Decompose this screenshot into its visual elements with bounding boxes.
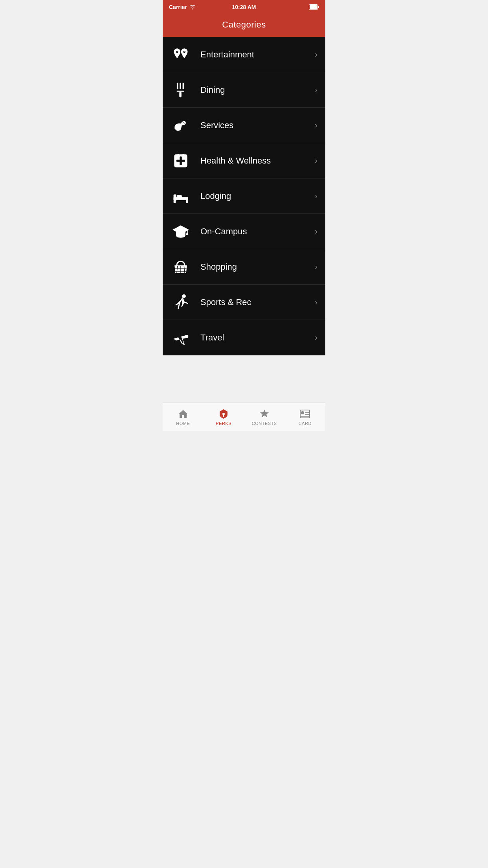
svg-rect-15 (178, 154, 179, 156)
battery-icon (309, 4, 319, 10)
tab-card-label: CARD (299, 421, 312, 426)
status-bar: Carrier 10:28 AM (163, 0, 325, 14)
status-carrier: Carrier (169, 4, 196, 10)
page-title: Categories (169, 20, 319, 30)
chevron-right-icon: › (315, 262, 317, 271)
svg-rect-20 (174, 194, 176, 201)
health-icon (171, 151, 191, 171)
category-item-entertainment[interactable]: Entertainment › (163, 37, 325, 72)
category-label-lodging: Lodging (200, 191, 312, 201)
home-icon (178, 408, 189, 419)
chevron-right-icon: › (315, 298, 317, 307)
svg-rect-9 (179, 92, 182, 97)
shopping-icon (171, 257, 191, 277)
svg-line-34 (180, 298, 182, 302)
category-item-dining[interactable]: Dining › (163, 72, 325, 108)
tab-home-label: HOME (176, 421, 190, 426)
category-item-sports-rec[interactable]: Sports & Rec › (163, 285, 325, 320)
tab-card[interactable]: CARD (285, 403, 326, 431)
chevron-right-icon: › (315, 227, 317, 236)
svg-rect-1 (310, 5, 317, 9)
svg-marker-42 (260, 410, 269, 417)
svg-point-44 (301, 411, 304, 414)
services-icon (171, 115, 191, 136)
dining-icon (171, 80, 191, 100)
status-battery (309, 4, 319, 10)
page-header: Categories (163, 14, 325, 37)
svg-rect-7 (183, 83, 184, 89)
theater-icon (171, 44, 191, 65)
graduation-icon (171, 221, 191, 242)
tab-perks[interactable]: PERKS (204, 403, 244, 431)
tab-contests-label: CONTESTS (252, 421, 277, 426)
category-item-services[interactable]: Services › (163, 108, 325, 143)
perks-tag-icon (218, 408, 229, 419)
status-time: 10:28 AM (232, 4, 256, 10)
tab-bar: HOME PERKS CONTESTS (163, 403, 325, 431)
category-label-dining: Dining (200, 85, 312, 95)
tab-perks-label: PERKS (216, 421, 231, 426)
svg-rect-8 (177, 90, 184, 92)
chevron-right-icon: › (315, 85, 317, 94)
chevron-right-icon: › (315, 156, 317, 165)
category-item-health-wellness[interactable]: Health & Wellness › (163, 143, 325, 178)
category-item-travel[interactable]: Travel › (163, 320, 325, 355)
content-footer (163, 355, 325, 403)
category-item-on-campus[interactable]: On-Campus › (163, 214, 325, 249)
category-item-shopping[interactable]: Shopping › (163, 249, 325, 285)
svg-rect-23 (176, 197, 188, 199)
tab-home[interactable]: HOME (163, 403, 204, 431)
svg-point-33 (182, 294, 186, 298)
svg-rect-5 (177, 83, 178, 89)
category-label-services: Services (200, 120, 312, 131)
svg-rect-19 (186, 200, 188, 203)
star-icon (259, 408, 270, 419)
category-item-lodging[interactable]: Lodging › (163, 178, 325, 214)
chevron-right-icon: › (315, 121, 317, 130)
svg-point-40 (222, 413, 225, 415)
category-label-travel: Travel (200, 333, 312, 343)
svg-rect-16 (183, 154, 184, 156)
svg-line-39 (184, 302, 187, 303)
svg-rect-14 (176, 160, 185, 162)
svg-rect-6 (180, 83, 181, 89)
svg-rect-2 (318, 6, 319, 8)
chevron-right-icon: › (315, 50, 317, 59)
plane-icon (171, 327, 191, 348)
category-list: Entertainment › Dining › Services › (163, 37, 325, 355)
card-icon (299, 408, 310, 419)
category-label-health-wellness: Health & Wellness (200, 156, 312, 166)
chevron-right-icon: › (315, 191, 317, 200)
running-icon (171, 292, 191, 313)
tab-contests[interactable]: CONTESTS (244, 403, 285, 431)
chevron-right-icon: › (315, 333, 317, 342)
svg-point-26 (186, 233, 189, 235)
category-label-sports-rec: Sports & Rec (200, 297, 312, 307)
category-label-entertainment: Entertainment (200, 50, 312, 60)
category-label-on-campus: On-Campus (200, 226, 312, 237)
lodging-icon (171, 186, 191, 206)
category-label-shopping: Shopping (200, 262, 312, 272)
wifi-icon (189, 5, 196, 9)
